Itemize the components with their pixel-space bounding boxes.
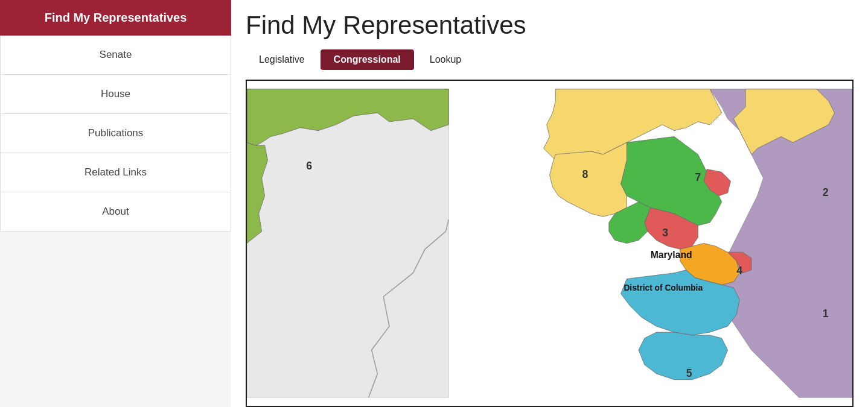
page-title: Find My Representatives <box>246 11 854 40</box>
tab-congressional[interactable]: Congressional <box>321 49 414 70</box>
district-label-3: 3 <box>662 227 668 239</box>
district-label-5: 5 <box>686 367 692 379</box>
map-container: 6 1 2 3 4 5 7 8 Maryland District of Col… <box>246 80 854 407</box>
district-label-4: 4 <box>736 265 742 277</box>
tabs-bar: Legislative Congressional Lookup <box>246 49 854 70</box>
maryland-label: Maryland <box>651 250 692 260</box>
tab-legislative[interactable]: Legislative <box>246 49 318 70</box>
dc-label: District of Columbia <box>624 283 703 292</box>
sidebar-item-house[interactable]: House <box>0 75 231 114</box>
map-svg: 6 1 2 3 4 5 7 8 Maryland District of Col… <box>247 81 852 406</box>
sidebar-item-about[interactable]: About <box>0 192 231 232</box>
sidebar-item-publications[interactable]: Publications <box>0 114 231 153</box>
district-label-8: 8 <box>582 168 589 180</box>
district-label-6: 6 <box>306 160 312 172</box>
district-label-2: 2 <box>823 186 829 198</box>
sidebar-item-related-links[interactable]: Related Links <box>0 153 231 192</box>
district-label-7: 7 <box>695 171 701 183</box>
district-label-1: 1 <box>823 308 829 320</box>
tab-lookup[interactable]: Lookup <box>416 49 475 70</box>
sidebar-item-senate[interactable]: Senate <box>0 36 231 75</box>
sidebar: Find My Representatives Senate House Pub… <box>0 0 231 407</box>
sidebar-header[interactable]: Find My Representatives <box>0 0 231 36</box>
main-content: Find My Representatives Legislative Cong… <box>231 0 868 407</box>
